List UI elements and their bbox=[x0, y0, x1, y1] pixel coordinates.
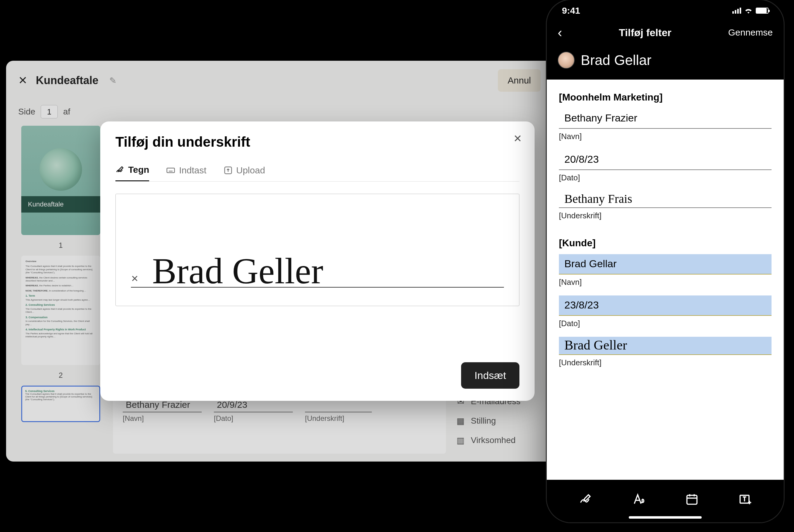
add-signature-modal: ✕ Tilføj din underskrift Tegn Indtast Up… bbox=[100, 121, 535, 401]
phone-frame: 9:41 ‹ Tilføj felter Gennemse Brad Gella… bbox=[547, 0, 784, 522]
phone-nav: ‹ Tilføj felter Gennemse bbox=[547, 19, 784, 48]
field-sig-2: Brad Geller [Underskrift] bbox=[559, 337, 772, 367]
draw-icon bbox=[115, 165, 125, 174]
modal-title: Tilføj din underskrift bbox=[115, 134, 519, 150]
tab-type[interactable]: Indtast bbox=[166, 165, 206, 181]
phone-nav-title: Tilføj felter bbox=[619, 27, 671, 39]
field-date-2-value[interactable]: 23/8/23 bbox=[559, 296, 772, 316]
svg-rect-2 bbox=[687, 495, 697, 504]
field-sig-2-label: [Underskrift] bbox=[559, 358, 772, 367]
phone-user-name: Brad Gellar bbox=[581, 52, 651, 68]
field-name-1: Bethany Frazier [Navn] bbox=[559, 109, 772, 141]
signature-drawn-text: Brad Geller bbox=[152, 253, 323, 289]
phone-toolbar bbox=[547, 480, 784, 522]
field-name-2: Brad Gellar [Navn] bbox=[559, 254, 772, 287]
home-indicator[interactable] bbox=[629, 516, 702, 519]
keyboard-icon bbox=[166, 166, 175, 175]
tab-upload[interactable]: Upload bbox=[224, 165, 265, 181]
wifi-icon bbox=[744, 5, 753, 16]
group-title-marketing: [Moonhelm Marketing] bbox=[559, 92, 772, 103]
tool-signature-icon[interactable] bbox=[578, 491, 593, 507]
tool-date-icon[interactable] bbox=[684, 491, 700, 507]
tool-textbox-icon[interactable] bbox=[737, 491, 753, 507]
back-icon[interactable]: ‹ bbox=[558, 25, 562, 40]
insert-button[interactable]: Indsæt bbox=[461, 362, 519, 389]
modal-close-icon[interactable]: ✕ bbox=[513, 132, 522, 145]
tab-type-label: Indtast bbox=[179, 165, 206, 175]
avatar bbox=[558, 52, 575, 69]
group-title-customer: [Kunde] bbox=[559, 238, 772, 249]
field-sig-1: Bethany Frais [Underskrift] bbox=[559, 191, 772, 221]
modal-tabs: Tegn Indtast Upload bbox=[115, 165, 519, 182]
field-sig-1-label: [Underskrift] bbox=[559, 211, 772, 221]
signature-canvas[interactable]: ✕ Brad Geller bbox=[115, 194, 519, 306]
field-name-2-value[interactable]: Brad Gellar bbox=[559, 254, 772, 274]
phone-form-sheet: [Moonhelm Marketing] Bethany Frazier [Na… bbox=[547, 79, 784, 480]
field-date-1: 20/8/23 [Dato] bbox=[559, 150, 772, 183]
field-date-1-label: [Dato] bbox=[559, 173, 772, 183]
field-sig-1-value[interactable]: Bethany Frais bbox=[559, 191, 772, 208]
field-name-2-label: [Navn] bbox=[559, 278, 772, 287]
field-sig-2-value[interactable]: Brad Geller bbox=[559, 337, 772, 355]
status-time: 9:41 bbox=[562, 5, 580, 16]
field-date-2: 23/8/23 [Dato] bbox=[559, 296, 772, 328]
cellular-icon bbox=[732, 7, 741, 14]
svg-rect-0 bbox=[167, 168, 175, 172]
tab-draw[interactable]: Tegn bbox=[115, 165, 149, 181]
upload-icon bbox=[224, 166, 233, 175]
phone-user-row[interactable]: Brad Gellar bbox=[547, 48, 784, 79]
field-date-1-value[interactable]: 20/8/23 bbox=[559, 150, 772, 170]
browse-button[interactable]: Gennemse bbox=[728, 27, 773, 38]
status-bar: 9:41 bbox=[547, 0, 784, 19]
tool-text-icon[interactable] bbox=[631, 491, 647, 507]
clear-signature-icon[interactable]: ✕ bbox=[131, 273, 138, 284]
field-name-1-label: [Navn] bbox=[559, 132, 772, 141]
battery-icon bbox=[756, 7, 769, 14]
tab-upload-label: Upload bbox=[236, 165, 265, 175]
field-date-2-label: [Dato] bbox=[559, 319, 772, 328]
tab-draw-label: Tegn bbox=[128, 165, 149, 175]
field-name-1-value[interactable]: Bethany Frazier bbox=[559, 109, 772, 129]
